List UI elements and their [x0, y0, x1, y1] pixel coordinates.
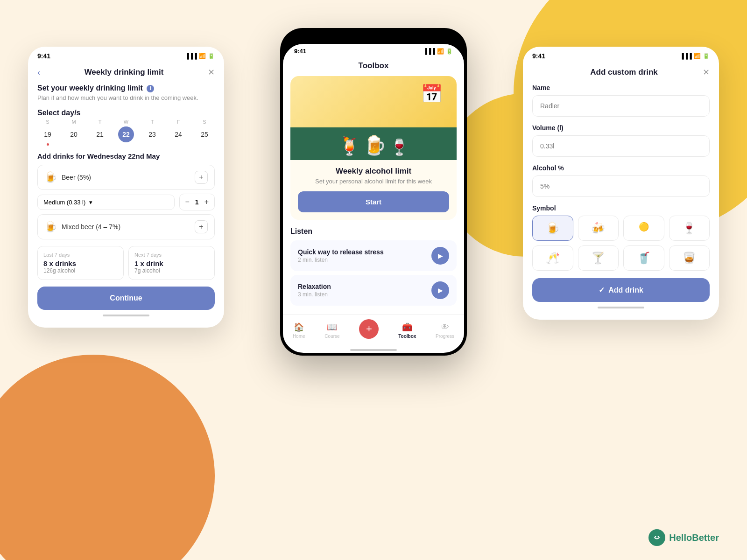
listen-item-text-2: Relaxation 3 min. listen	[298, 283, 331, 298]
add-drink-check: ✓	[599, 286, 605, 294]
cal-day-3[interactable]: W 22	[116, 119, 136, 146]
add-drink-label: Add drink	[608, 286, 643, 294]
status-icons-center: ▐▐▐ 📶 🔋	[423, 48, 453, 55]
beer-add-button[interactable]: +	[195, 171, 208, 184]
calendar-days-row: S 19 M 20 T 21 W 22 T 23	[37, 119, 215, 146]
volume-label: Volume (l)	[532, 124, 710, 132]
status-bar-left: 9:41 ▐▐▐ 📶 🔋	[28, 47, 224, 63]
beer-icon: 🍺	[44, 171, 57, 183]
nav-item-home[interactable]: 🏠 Home	[293, 322, 305, 339]
add-drinks-title: Add drinks for Wednesday 22nd May	[37, 152, 215, 160]
svg-point-0	[652, 533, 662, 542]
info-icon[interactable]: i	[147, 85, 154, 92]
form-group-alcohol: Alcohol %	[532, 164, 710, 197]
svg-point-1	[655, 536, 656, 538]
screen-header-left: ‹ Weekly drinking limit ✕	[28, 63, 224, 84]
last-period-label: Last 7 days	[43, 252, 118, 258]
toolbox-title: Toolbox	[283, 56, 464, 76]
calendar-icon: 📅	[421, 84, 443, 104]
wal-card: 🍹 🍺 🍷 📅 Weekly alcohol limit Set your pe…	[290, 76, 457, 220]
status-icons-right: ▐▐▐ 📶 🔋	[680, 53, 710, 59]
play-button-1[interactable]: ▶	[431, 247, 449, 265]
home-label: Home	[293, 334, 305, 339]
play-button-2[interactable]: ▶	[431, 281, 449, 299]
listen-title: Listen	[290, 227, 457, 236]
name-input[interactable]	[532, 95, 710, 117]
alcohol-input[interactable]	[532, 175, 710, 197]
bottom-nav: 🏠 Home 📖 Course + 🧰 Toolbox 👁 Progress	[283, 314, 464, 344]
cal-day-5[interactable]: F 24	[168, 119, 189, 146]
last-alcohol-value: 126g alcohol	[43, 267, 118, 274]
symbol-item-5[interactable]: 🍸	[578, 245, 619, 271]
wal-card-title: Weekly alcohol limit	[298, 167, 449, 176]
status-time-right: 9:41	[532, 52, 545, 60]
size-select-value: Medium (0.33 l)	[43, 199, 85, 206]
status-bar-center: 9:41 ▐▐▐ 📶 🔋	[283, 44, 464, 56]
progress-label: Progress	[436, 334, 454, 339]
symbol-grid: 🍺 🍻 🟡 🍷 🥂 🍸 🥤 🥃	[532, 216, 710, 271]
drink-item-beer: 🍺 Beer (5%) +	[37, 165, 215, 190]
quantity-increase-button[interactable]: +	[204, 198, 209, 206]
drink-item-left: 🍺 Beer (5%)	[44, 171, 91, 183]
symbol-item-7[interactable]: 🥃	[669, 245, 710, 271]
cal-day-2[interactable]: T 21	[90, 119, 110, 146]
cocktail-icon: 🍹	[338, 136, 360, 156]
beer-label: Beer (5%)	[62, 174, 91, 181]
size-select-dropdown[interactable]: Medium (0.33 l) ▾	[37, 195, 175, 210]
listen-duration-1: 2 min. listen	[298, 257, 384, 263]
nav-item-toolbox[interactable]: 🧰 Toolbox	[398, 322, 416, 339]
bottom-indicator-right	[598, 307, 644, 308]
symbol-item-2[interactable]: 🟡	[623, 216, 664, 241]
alcohol-label: Alcohol %	[532, 164, 710, 172]
listen-item-text-1: Quick way to release stress 2 min. liste…	[298, 248, 384, 263]
mixed-beer-add-button[interactable]: +	[195, 220, 208, 233]
add-drink-button[interactable]: ✓ Add drink	[532, 278, 710, 302]
battery-icon-c: 🔋	[446, 48, 453, 55]
drink-item-mixed-beer: 🍺 Mixed beer (4 – 7%) +	[37, 214, 215, 239]
close-button-right[interactable]: ✕	[703, 67, 710, 77]
symbol-item-4[interactable]: 🥂	[532, 245, 573, 271]
volume-input[interactable]	[532, 135, 710, 157]
quantity-decrease-button[interactable]: −	[185, 198, 190, 206]
phone-left: 9:41 ▐▐▐ 📶 🔋 ‹ Weekly drinking limit ✕ S…	[28, 47, 224, 328]
wal-card-body: Weekly alcohol limit Set your personal a…	[290, 160, 457, 220]
start-button[interactable]: Start	[298, 191, 449, 212]
screen-title-left: Weekly drinking limit	[40, 68, 208, 77]
phone-notch	[341, 31, 406, 44]
form-group-name: Name	[532, 84, 710, 117]
signal-icon: ▐▐▐	[185, 53, 197, 59]
symbol-item-6[interactable]: 🥤	[623, 245, 664, 271]
nav-item-progress[interactable]: 👁 Progress	[436, 322, 454, 339]
set-limit-title: Set your weekly drinking limit i	[37, 84, 215, 92]
nav-item-course[interactable]: 📖 Course	[324, 322, 339, 339]
svg-point-2	[658, 536, 659, 538]
mixed-beer-label: Mixed beer (4 – 7%)	[62, 223, 120, 231]
close-button-left[interactable]: ✕	[208, 67, 215, 77]
listen-item-1: Quick way to release stress 2 min. liste…	[290, 240, 457, 271]
continue-button[interactable]: Continue	[37, 287, 215, 310]
status-icons-left: ▐▐▐ 📶 🔋	[185, 53, 215, 59]
toolbox-label: Toolbox	[398, 334, 416, 339]
mixed-beer-icon: 🍺	[44, 221, 57, 233]
cal-day-6[interactable]: S 25	[194, 119, 215, 146]
form-group-volume: Volume (l)	[532, 124, 710, 157]
cal-day-1[interactable]: M 20	[63, 119, 84, 146]
cal-day-4[interactable]: T 23	[142, 119, 162, 146]
symbol-item-3[interactable]: 🍷	[669, 216, 710, 241]
symbol-item-0[interactable]: 🍺	[532, 216, 573, 241]
phone-center-inner: 9:41 ▐▐▐ 📶 🔋 Toolbox 🍹	[283, 44, 464, 353]
toolbox-icon: 🧰	[402, 322, 412, 332]
select-days-title: Select day/s	[37, 109, 215, 117]
progress-icon: 👁	[441, 322, 449, 332]
drinks-scene: 🍹 🍺 🍷	[338, 134, 409, 160]
screen-header-right: Add custom drink ✕	[523, 63, 719, 84]
nav-item-add[interactable]: +	[359, 319, 379, 342]
dropdown-chevron: ▾	[89, 199, 92, 206]
phone-center: 9:41 ▐▐▐ 📶 🔋 Toolbox 🍹	[280, 28, 467, 356]
add-center-button[interactable]: +	[359, 319, 379, 339]
status-time-center: 9:41	[294, 48, 306, 55]
symbol-item-1[interactable]: 🍻	[578, 216, 619, 241]
last-drinks-value: 8 x drinks	[43, 259, 118, 267]
stat-box-next: Next 7 days 1 x drink 7g alcohol	[128, 246, 215, 280]
cal-day-0[interactable]: S 19	[37, 119, 58, 146]
